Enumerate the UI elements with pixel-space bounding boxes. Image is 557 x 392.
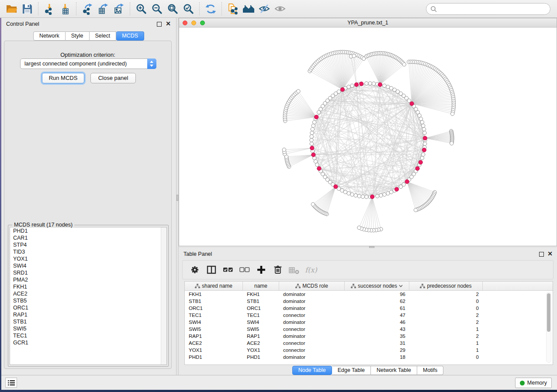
mcds-result-item[interactable]: PMA2	[10, 276, 166, 283]
zoom-in-icon[interactable]	[135, 3, 148, 15]
sort-desc-icon	[399, 285, 403, 287]
table-row[interactable]: TEC1TEC1connector472	[185, 312, 553, 319]
control-panel-float-icon[interactable]	[157, 22, 162, 27]
tab-style[interactable]: Style	[66, 31, 90, 41]
table-panel-title: Table Panel	[183, 251, 212, 257]
mcds-result-list[interactable]: PHD1CAR1STP4TID3YOX1SWI4SRD1PMA2FKH1ACE2…	[10, 227, 167, 365]
open-session-icon[interactable]	[5, 3, 18, 15]
table-row[interactable]: SWI4SWI4dominator462	[185, 319, 553, 326]
criterion-dropdown[interactable]: largest connected component (undirected)	[20, 58, 156, 69]
export-network-icon[interactable]	[81, 3, 94, 15]
table-scrollbar-thumb[interactable]	[547, 293, 550, 332]
import-table-icon[interactable]	[59, 3, 72, 15]
table-row[interactable]: SWI5SWI5connector431	[185, 326, 553, 333]
splitter-handle[interactable]	[176, 195, 178, 201]
select-all-rows-icon[interactable]	[222, 264, 234, 275]
table-row[interactable]: FKH1FKH1dominator962	[185, 291, 553, 298]
column-header-shared-name[interactable]: shared name	[185, 282, 243, 290]
mcds-result-item[interactable]: SWI4	[10, 262, 166, 269]
column-header-MCDS-role[interactable]: MCDS role	[279, 282, 345, 290]
zoom-selected-icon[interactable]	[182, 3, 195, 15]
memory-button[interactable]: Memory	[515, 378, 552, 388]
clone-network-icon[interactable]	[226, 3, 239, 15]
network-titlebar[interactable]: YPA_prune.txt_1	[179, 18, 557, 28]
mcds-result-item[interactable]: ACE2	[10, 290, 166, 297]
cell-shared_name: STB1	[185, 298, 243, 305]
cell-predecessor_nodes: 0	[409, 298, 483, 305]
show-all-icon[interactable]	[273, 3, 287, 15]
hide-selected-icon[interactable]	[258, 3, 271, 15]
tab-network-table[interactable]: Network Table	[371, 366, 417, 375]
column-header-successor-nodes[interactable]: successor nodes	[345, 282, 409, 290]
cell-mcds_role: dominator	[279, 319, 345, 326]
delete-column-icon[interactable]	[272, 264, 284, 275]
control-panel-title: Control Panel	[6, 21, 39, 27]
mcds-result-item[interactable]: CAR1	[10, 234, 166, 241]
table-settings-icon[interactable]	[189, 264, 201, 275]
table-row[interactable]: STB1STB1dominator620	[185, 298, 553, 305]
add-column-icon[interactable]	[255, 264, 267, 275]
table-panel-close-icon[interactable]: ✕	[547, 250, 553, 257]
export-image-icon[interactable]	[112, 3, 125, 15]
zoom-out-icon[interactable]	[150, 3, 163, 15]
run-mcds-button[interactable]: Run MCDS	[42, 73, 84, 83]
tab-mcds[interactable]: MCDS	[116, 31, 144, 41]
cell-successor_nodes: 47	[345, 312, 409, 319]
mcds-result-item[interactable]: TID3	[10, 248, 166, 255]
tab-edge-table[interactable]: Edge Table	[332, 366, 371, 375]
close-panel-button[interactable]: Close panel	[90, 73, 136, 83]
column-header-predecessor-nodes[interactable]: predecessor nodes	[409, 282, 483, 290]
network-canvas[interactable]	[179, 28, 557, 246]
mcds-list-scrollbar[interactable]	[161, 227, 166, 364]
mcds-result-item[interactable]: STB5	[10, 297, 166, 304]
table-scrollbar[interactable]	[546, 292, 551, 363]
mcds-result-item[interactable]: SWI5	[10, 325, 166, 332]
column-namespace-icon	[420, 284, 425, 289]
mcds-result-item[interactable]: STB1	[10, 318, 166, 325]
tab-node-table[interactable]: Node Table	[292, 366, 332, 375]
split-view-icon[interactable]	[205, 264, 218, 275]
mcds-result-item[interactable]: TEC1	[10, 332, 166, 339]
node-table[interactable]: shared namenameMCDS rolesuccessor nodesp…	[184, 281, 553, 365]
cell-predecessor_nodes: 2	[409, 291, 483, 298]
search-input[interactable]	[437, 5, 550, 14]
control-panel-tabs: NetworkStyleSelectMCDS	[1, 31, 176, 41]
search-box[interactable]	[426, 3, 550, 15]
mcds-result-item[interactable]: STP4	[10, 241, 166, 248]
column-header-name[interactable]: name	[243, 282, 279, 290]
control-panel-close-icon[interactable]: ✕	[166, 20, 171, 27]
tab-motifs[interactable]: Motifs	[417, 366, 443, 375]
mcds-result-item[interactable]: GCR1	[10, 339, 166, 346]
mcds-result-item[interactable]: SRD1	[10, 269, 166, 276]
mcds-result-item[interactable]: FKH1	[10, 283, 166, 290]
cell-successor_nodes: 29	[345, 347, 409, 354]
mcds-result-item[interactable]: ORC1	[10, 304, 166, 311]
table-panel-float-icon[interactable]	[539, 252, 544, 257]
table-row[interactable]: YOX1YOX1connector291	[185, 347, 553, 354]
table-row[interactable]: ORC1ORC1dominator610	[185, 305, 553, 312]
panel-list-button[interactable]	[5, 378, 17, 388]
cell-predecessor_nodes: 0	[409, 305, 483, 312]
table-row[interactable]: ACE2ACE2connector311	[185, 340, 553, 347]
cell-name: YOX1	[243, 347, 279, 354]
zoom-fit-icon[interactable]	[166, 3, 179, 15]
toolbar-separator	[199, 2, 200, 15]
cell-shared_name: SWI5	[185, 326, 243, 333]
criterion-value: largest connected component (undirected)	[21, 61, 147, 67]
refresh-icon[interactable]	[204, 3, 217, 15]
column-namespace-icon	[295, 284, 301, 289]
mcds-result-item[interactable]: RAP1	[10, 311, 166, 318]
tab-network[interactable]: Network	[33, 31, 66, 41]
save-session-icon[interactable]	[21, 3, 34, 15]
cell-name: RAP1	[243, 333, 279, 340]
network-graph[interactable]	[179, 28, 557, 246]
import-network-icon[interactable]	[43, 3, 56, 15]
table-row[interactable]: RAP1RAP1dominator352	[185, 333, 553, 340]
table-row[interactable]: PHD1PHD1dominator180	[185, 354, 553, 361]
tab-select[interactable]: Select	[90, 31, 117, 41]
first-neighbors-icon[interactable]	[242, 3, 255, 15]
mcds-result-item[interactable]: YOX1	[10, 255, 166, 262]
deselect-all-rows-icon[interactable]	[239, 264, 251, 275]
mcds-result-item[interactable]: PHD1	[10, 227, 166, 234]
export-table-icon[interactable]	[97, 3, 110, 15]
